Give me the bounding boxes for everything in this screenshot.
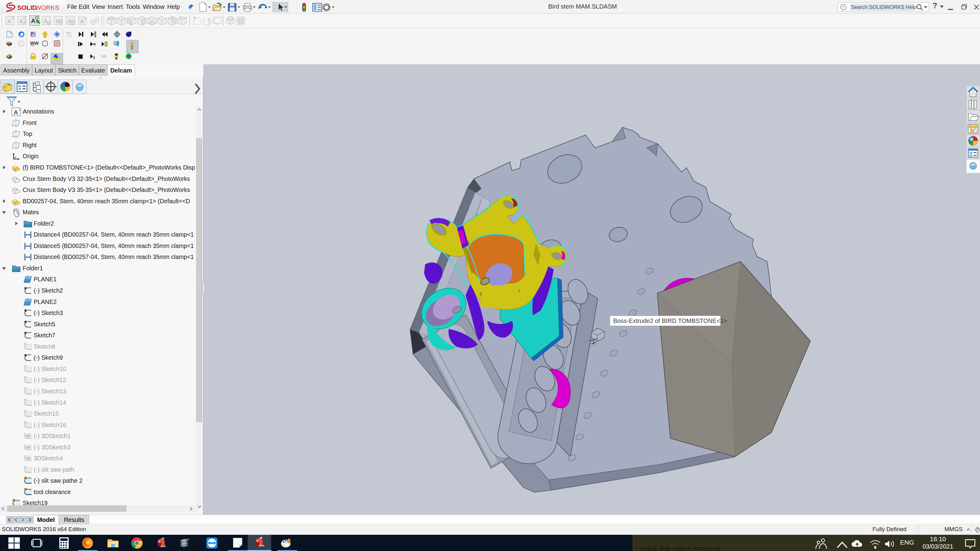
svg-text:A: A xyxy=(7,18,11,24)
svg-text:A: A xyxy=(80,18,84,24)
svg-text:W: W xyxy=(260,536,262,540)
svg-text:S: S xyxy=(158,540,160,544)
svg-text:A: A xyxy=(43,18,48,24)
svg-text:WORKS: WORKS xyxy=(35,4,59,11)
svg-text:z: z xyxy=(93,55,95,60)
svg-text:A: A xyxy=(56,18,60,24)
svg-text:WW: WW xyxy=(30,40,39,46)
svg-text:2016: 2016 xyxy=(161,545,166,547)
svg-text:Geek: Geek xyxy=(66,32,72,35)
svg-text:2016: 2016 xyxy=(259,544,264,547)
svg-text:SOLID: SOLID xyxy=(17,4,37,11)
svg-text:?: ? xyxy=(842,5,844,10)
svg-text:W: W xyxy=(162,537,164,540)
svg-text:A: A xyxy=(19,18,23,24)
svg-text:S: S xyxy=(256,540,258,543)
svg-text:A: A xyxy=(31,17,35,24)
